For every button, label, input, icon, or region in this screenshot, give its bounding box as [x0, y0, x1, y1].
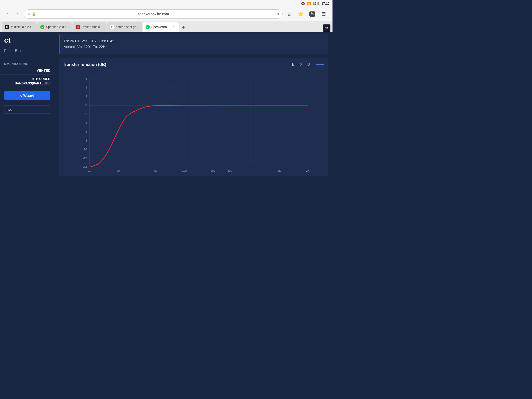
svg-text:10: 10 — [88, 169, 91, 172]
chart-divider — [63, 70, 324, 70]
info-line1: Fs: 26 Hz, Vas: 91.2l, Qts: 0.42 — [64, 38, 324, 44]
tab-dayton[interactable]: D Dayton Audio ... — [72, 22, 107, 32]
tab-favicon-faktiskt: fa — [5, 25, 9, 29]
svg-text:300: 300 — [228, 169, 232, 172]
chart-legend-blue-line — [316, 64, 324, 65]
info-card-text: Fs: 26 Hz, Vas: 91.2l, Qts: 0.42 Vented,… — [64, 38, 324, 50]
status-bar: 🔇 📶 86% 17:10 — [0, 0, 332, 7]
chart-container: Transfer function (dB) 6 12 18 — [59, 58, 328, 176]
url-display: speakerboxlite.com — [138, 12, 169, 16]
sidebar-tab-port[interactable]: Port — [4, 49, 11, 53]
tab-speakerboxlit2[interactable]: ● SpeakerBo... ✕ — [143, 22, 179, 32]
chart-range-buttons: 6 12 18 — [292, 63, 324, 67]
browser-chrome: ‹ › ☆ 🔒 speakerboxlite.com ↻ ⌂ ⭐ fa ☰ fa… — [0, 7, 332, 32]
tab-close-button[interactable]: ✕ — [171, 25, 176, 29]
info-card: Fs: 26 Hz, Vas: 91.2l, Qts: 0.42 Vented,… — [59, 34, 328, 54]
sidebar-tab-box[interactable]: Box — [15, 49, 21, 53]
sidebar-input-wrapper — [4, 105, 50, 114]
range-btn-6[interactable]: 6 — [292, 63, 294, 67]
sidebar-tab-more[interactable]: ... — [25, 49, 29, 53]
svg-text:50: 50 — [154, 169, 157, 172]
range-btn-12[interactable]: 12 — [298, 63, 302, 67]
range-btn-18[interactable]: 18 — [306, 63, 310, 67]
info-card-menu-icon[interactable]: ⋮ — [321, 37, 325, 43]
svg-text:4: 4 — [85, 86, 87, 89]
address-bar-right-icons: ↻ — [276, 12, 279, 16]
tab-favicon-spk1: ● — [40, 25, 44, 29]
chart-svg-wrapper: 6 4 2 0 -2 -4 -6 -8 -10 -12 -14 10 20 50… — [63, 74, 324, 172]
browser-actions: ⌂ ⭐ fa ☰ — [285, 9, 329, 19]
lock-icon: 🔒 — [32, 12, 36, 16]
bookmark-icon: ☆ — [27, 12, 31, 16]
sidebar-tabs: Port Box ... — [0, 46, 55, 55]
address-bar[interactable]: ☆ 🔒 speakerboxlite.com ↻ — [24, 9, 283, 19]
reload-icon[interactable]: ↻ — [276, 12, 279, 16]
svg-text:-14: -14 — [83, 165, 87, 169]
svg-text:200: 200 — [211, 169, 215, 172]
back-button[interactable]: ‹ — [3, 10, 11, 18]
wizard-button[interactable]: o Wizard — [4, 91, 50, 100]
main-content: ct Port Box ... MMENDATIONS VENTED 6TH O… — [0, 32, 332, 200]
svg-text:1K: 1K — [277, 169, 281, 172]
svg-text:100: 100 — [182, 169, 187, 172]
sidebar-divider-1 — [0, 57, 55, 57]
tab-favicon-spk2: ● — [146, 25, 150, 29]
transfer-function-chart: 6 4 2 0 -2 -4 -6 -8 -10 -12 -14 10 20 50… — [63, 74, 324, 172]
svg-text:-12: -12 — [83, 157, 87, 160]
sidebar-vented-item[interactable]: VENTED — [0, 66, 55, 75]
sidebar-bandpass-item[interactable]: 6TH ORDER BANDPASS(PARALLEL) — [0, 75, 55, 88]
profile-button[interactable]: fa — [308, 9, 317, 19]
svg-text:-8: -8 — [84, 139, 87, 142]
svg-text:2K: 2K — [306, 169, 310, 172]
address-bar-left-icons: ☆ 🔒 — [27, 12, 36, 16]
sidebar-top: ct — [0, 32, 55, 46]
profile-tab-icon: fa — [323, 24, 330, 32]
tab-label-faktiskt: faktiskt.io • Vis... — [11, 25, 34, 29]
battery-level: 86% — [313, 2, 319, 5]
nav-bar: ‹ › ☆ 🔒 speakerboxlite.com ↻ ⌂ ⭐ fa ☰ — [0, 7, 332, 21]
wifi-icon: 📶 — [307, 2, 311, 5]
chart-header: Transfer function (dB) 6 12 18 — [63, 62, 324, 67]
tab-faktiskt[interactable]: fa faktiskt.io • Vis... — [2, 22, 37, 32]
sidebar-input-field[interactable] — [4, 105, 50, 114]
tab-favicon-dayton: D — [76, 25, 80, 29]
info-line2: Vented, Vb: 120l, Fb: 22Hz — [64, 44, 324, 50]
tab-label-dayton: Dayton Audio ... — [81, 25, 103, 29]
svg-text:-6: -6 — [84, 130, 87, 133]
sidebar-section-title: MMENDATIONS — [0, 59, 55, 66]
svg-text:6: 6 — [85, 77, 87, 80]
svg-text:0: 0 — [85, 104, 87, 107]
chart-title: Transfer function (dB) — [63, 62, 106, 67]
menu-button[interactable]: ☰ — [319, 9, 328, 19]
home-button[interactable]: ⌂ — [285, 9, 294, 19]
transfer-function-path — [90, 105, 308, 167]
tab-label-spk2: SpeakerBo... — [151, 25, 169, 29]
notification-muted-icon: 🔇 — [301, 2, 305, 5]
tab-speakerboxlit1[interactable]: ● SpeakerBoxLit... — [37, 22, 72, 32]
forward-button[interactable]: › — [14, 10, 22, 18]
svg-text:-2: -2 — [84, 112, 87, 116]
sidebar-title: ct — [4, 36, 55, 44]
time-display: 17:10 — [321, 2, 329, 5]
bookmarks-button[interactable]: ⭐ — [296, 9, 305, 19]
chart-area: Fs: 26 Hz, Vas: 91.2l, Qts: 0.42 Vented,… — [55, 32, 332, 200]
svg-text:20: 20 — [117, 169, 120, 172]
tab-label-spk1: SpeakerBoxLit... — [46, 25, 69, 29]
svg-text:-4: -4 — [84, 121, 87, 124]
sidebar: ct Port Box ... MMENDATIONS VENTED 6TH O… — [0, 32, 55, 200]
new-tab-button[interactable]: + — [179, 23, 188, 32]
tab-screenshot[interactable]: G screen shot ga... — [107, 22, 142, 32]
svg-text:-10: -10 — [83, 148, 87, 151]
tab-label-screenshot: screen shot ga... — [116, 25, 139, 29]
tab-favicon-google: G — [110, 25, 114, 29]
tabs-bar: fa faktiskt.io • Vis... ● SpeakerBoxLit.… — [0, 21, 332, 32]
svg-text:2: 2 — [85, 95, 87, 98]
